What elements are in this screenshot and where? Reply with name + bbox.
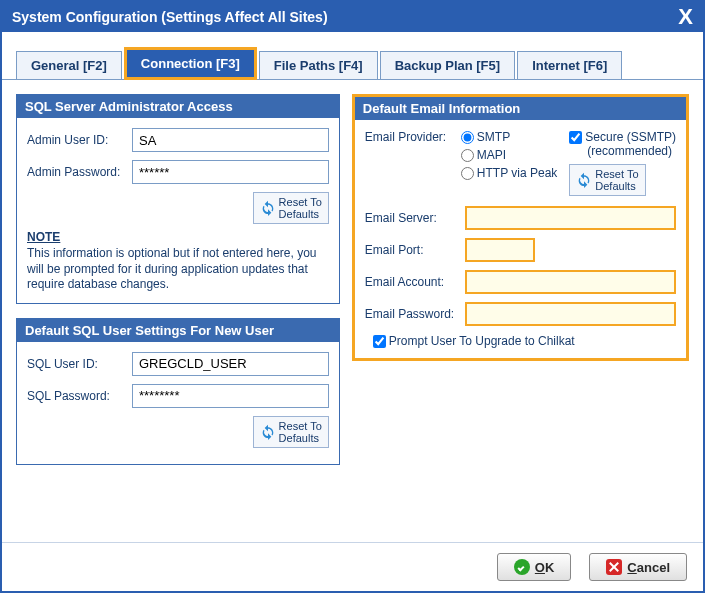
admin-password-input[interactable] [132, 160, 329, 184]
refresh-icon [260, 200, 276, 216]
provider-mapi-radio[interactable] [461, 149, 474, 162]
panel-sql-user: Default SQL User Settings For New User S… [16, 318, 340, 465]
titlebar: System Configuration (Settings Affect Al… [2, 2, 703, 32]
panel-sql-admin: SQL Server Administrator Access Admin Us… [16, 94, 340, 304]
ok-button[interactable]: OK [497, 553, 572, 581]
email-password-input[interactable] [465, 302, 676, 326]
reset-label: Reset To Defaults [595, 168, 638, 192]
sql-user-label: SQL User ID: [27, 357, 132, 371]
email-account-label: Email Account: [365, 275, 465, 289]
panel-sql-user-header: Default SQL User Settings For New User [17, 319, 339, 342]
sql-admin-reset-button[interactable]: Reset To Defaults [253, 192, 329, 224]
content-area: SQL Server Administrator Access Admin Us… [2, 80, 703, 542]
tab-internet[interactable]: Internet [F6] [517, 51, 622, 79]
provider-http-radio[interactable] [461, 167, 474, 180]
tab-file-paths[interactable]: File Paths [F4] [259, 51, 378, 79]
dialog-footer: OK Cancel [2, 542, 703, 591]
email-password-label: Email Password: [365, 307, 465, 321]
tab-connection[interactable]: Connection [F3] [124, 47, 257, 80]
admin-user-input[interactable] [132, 128, 329, 152]
prompt-upgrade-option[interactable]: Prompt User To Upgrade to Chilkat [373, 334, 676, 348]
panel-email-header: Default Email Information [355, 97, 686, 120]
email-provider-label: Email Provider: [365, 130, 455, 144]
email-port-input[interactable] [465, 238, 535, 262]
provider-http-option[interactable]: HTTP via Peak [461, 166, 557, 180]
email-reset-button[interactable]: Reset To Defaults [569, 164, 645, 196]
panel-sql-admin-header: SQL Server Administrator Access [17, 95, 339, 118]
refresh-icon [260, 424, 276, 440]
email-server-input[interactable] [465, 206, 676, 230]
sql-user-input[interactable] [132, 352, 329, 376]
email-port-label: Email Port: [365, 243, 465, 257]
secure-sublabel: (recommended) [569, 144, 676, 158]
reset-label: Reset To Defaults [279, 420, 322, 444]
admin-password-label: Admin Password: [27, 165, 132, 179]
email-account-input[interactable] [465, 270, 676, 294]
tab-bar: General [F2] Connection [F3] File Paths … [2, 32, 703, 80]
reset-label: Reset To Defaults [279, 196, 322, 220]
provider-mapi-option[interactable]: MAPI [461, 148, 557, 162]
close-icon[interactable]: X [678, 8, 693, 26]
note-title: NOTE [27, 230, 60, 244]
admin-user-label: Admin User ID: [27, 133, 132, 147]
provider-smtp-radio[interactable] [461, 131, 474, 144]
secure-ssmtp-checkbox[interactable] [569, 131, 582, 144]
sql-password-label: SQL Password: [27, 389, 132, 403]
tab-backup-plan[interactable]: Backup Plan [F5] [380, 51, 515, 79]
email-server-label: Email Server: [365, 211, 465, 225]
cancel-button[interactable]: Cancel [589, 553, 687, 581]
refresh-icon [576, 172, 592, 188]
provider-smtp-option[interactable]: SMTP [461, 130, 557, 144]
cancel-icon [606, 559, 622, 575]
system-config-window: System Configuration (Settings Affect Al… [0, 0, 705, 593]
sql-user-reset-button[interactable]: Reset To Defaults [253, 416, 329, 448]
note-text: This information is optional but if not … [27, 246, 329, 293]
prompt-upgrade-checkbox[interactable] [373, 335, 386, 348]
sql-password-input[interactable] [132, 384, 329, 408]
window-title: System Configuration (Settings Affect Al… [12, 9, 328, 25]
tab-general[interactable]: General [F2] [16, 51, 122, 79]
panel-email: Default Email Information Email Provider… [352, 94, 689, 361]
secure-ssmtp-option[interactable]: Secure (SSMTP) [569, 130, 676, 144]
ok-icon [514, 559, 530, 575]
